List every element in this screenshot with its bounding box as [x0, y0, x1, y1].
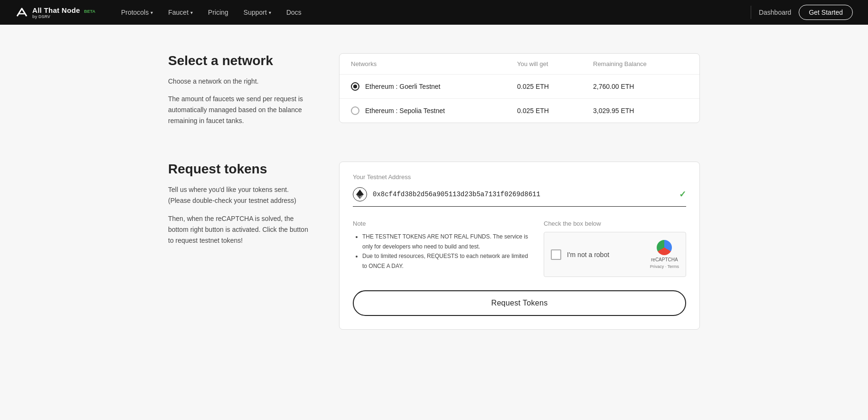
- col-networks: Networks: [351, 60, 517, 67]
- radio-sepolia[interactable]: [351, 106, 359, 115]
- captcha-label: Check the box below: [544, 220, 686, 227]
- network-name-cell-goerli: Ethereum : Goerli Testnet: [351, 82, 517, 91]
- logo-icon: [15, 6, 28, 19]
- testnet-address-input[interactable]: [373, 191, 673, 198]
- note-item-2: Due to limited resources, REQUESTS to ea…: [362, 251, 528, 271]
- nav-support[interactable]: Support ▾: [237, 6, 278, 19]
- col-remaining-balance: Remaining Balance: [593, 60, 688, 67]
- note-captcha-row: Note THE TESTNET TOKENS ARE NOT REAL FUN…: [340, 220, 699, 290]
- request-card: Your Testnet Address ✓: [339, 162, 700, 330]
- captcha-section: Check the box below I'm not a robot reCA…: [544, 220, 686, 277]
- captcha-left: I'm not a robot: [551, 249, 609, 260]
- select-network-title: Select a network: [168, 53, 311, 68]
- request-tokens-button[interactable]: Request Tokens: [353, 290, 686, 316]
- nav-faucet[interactable]: Faucet ▾: [161, 6, 199, 19]
- captcha-checkbox[interactable]: [551, 249, 561, 260]
- logo-text: All That Node: [32, 6, 80, 14]
- get-started-button[interactable]: Get Started: [799, 5, 853, 20]
- eth-icon: [353, 187, 367, 201]
- request-tokens-right: Your Testnet Address ✓: [339, 162, 700, 330]
- network-amount-sepolia: 0.025 ETH: [517, 107, 593, 115]
- request-tokens-left: Request tokens Tell us where you'd like …: [168, 162, 311, 252]
- navbar: All That Node BETA by DSRV Protocols ▾ F…: [0, 0, 868, 25]
- nav-divider: [751, 6, 751, 19]
- network-name-goerli: Ethereum : Goerli Testnet: [365, 83, 440, 90]
- note-section: Note THE TESTNET TOKENS ARE NOT REAL FUN…: [353, 220, 528, 271]
- address-section: Your Testnet Address ✓: [340, 162, 699, 207]
- network-name-sepolia: Ethereum : Sepolia Testnet: [365, 107, 445, 115]
- col-you-will-get: You will get: [517, 60, 593, 67]
- request-tokens-section: Request tokens Tell us where you'd like …: [168, 162, 700, 330]
- network-row-goerli[interactable]: Ethereum : Goerli Testnet 0.025 ETH 2,76…: [340, 75, 699, 99]
- network-balance-sepolia: 3,029.95 ETH: [593, 107, 688, 115]
- select-network-desc2: The amount of faucets we send per reques…: [168, 94, 311, 126]
- captcha-links: Privacy · Terms: [650, 264, 679, 269]
- note-item-1: THE TESTNET TOKENS ARE NOT REAL FUNDS. T…: [362, 232, 528, 251]
- radio-inner-goerli: [353, 85, 357, 88]
- network-row-sepolia[interactable]: Ethereum : Sepolia Testnet 0.025 ETH 3,0…: [340, 99, 699, 123]
- captcha-box: I'm not a robot reCAPTCHA Privacy · Term…: [544, 232, 686, 277]
- select-network-right: Networks You will get Remaining Balance …: [339, 53, 700, 123]
- network-name-cell-sepolia: Ethereum : Sepolia Testnet: [351, 106, 517, 115]
- select-network-left: Select a network Choose a network on the…: [168, 53, 311, 133]
- network-table-header: Networks You will get Remaining Balance: [340, 54, 699, 75]
- check-icon: ✓: [679, 189, 686, 200]
- nav-dashboard[interactable]: Dashboard: [759, 9, 792, 16]
- select-network-section: Select a network Choose a network on the…: [168, 53, 700, 133]
- address-label: Your Testnet Address: [353, 173, 686, 181]
- chevron-down-icon: ▾: [269, 10, 271, 15]
- request-tokens-desc1: Tell us where you'd like your tokens sen…: [168, 184, 311, 206]
- radio-goerli[interactable]: [351, 82, 359, 91]
- request-tokens-title: Request tokens: [168, 162, 311, 177]
- nav-docs[interactable]: Docs: [280, 6, 308, 19]
- nav-links: Protocols ▾ Faucet ▾ Pricing Support ▾ D…: [114, 6, 743, 19]
- page-content: Select a network Choose a network on the…: [149, 25, 719, 396]
- nav-protocols[interactable]: Protocols ▾: [114, 6, 160, 19]
- captcha-right: reCAPTCHA Privacy · Terms: [650, 240, 679, 269]
- note-list: THE TESTNET TOKENS ARE NOT REAL FUNDS. T…: [353, 232, 528, 271]
- note-label: Note: [353, 220, 528, 227]
- network-amount-goerli: 0.025 ETH: [517, 83, 593, 90]
- select-network-desc1: Choose a network on the right.: [168, 76, 311, 87]
- chevron-down-icon: ▾: [190, 10, 193, 15]
- chevron-down-icon: ▾: [151, 10, 153, 15]
- network-card: Networks You will get Remaining Balance …: [339, 53, 700, 123]
- request-tokens-desc2: Then, when the reCAPTCHA is solved, the …: [168, 213, 311, 246]
- nav-logo: All That Node BETA by DSRV: [15, 6, 95, 19]
- network-balance-goerli: 2,760.00 ETH: [593, 83, 688, 90]
- nav-pricing[interactable]: Pricing: [201, 6, 235, 19]
- request-btn-wrap: Request Tokens: [340, 290, 699, 329]
- captcha-brand: reCAPTCHA: [651, 257, 678, 262]
- svg-rect-0: [15, 6, 28, 19]
- address-input-row: ✓: [353, 187, 686, 207]
- captcha-text: I'm not a robot: [567, 251, 609, 258]
- recaptcha-logo: [657, 240, 672, 255]
